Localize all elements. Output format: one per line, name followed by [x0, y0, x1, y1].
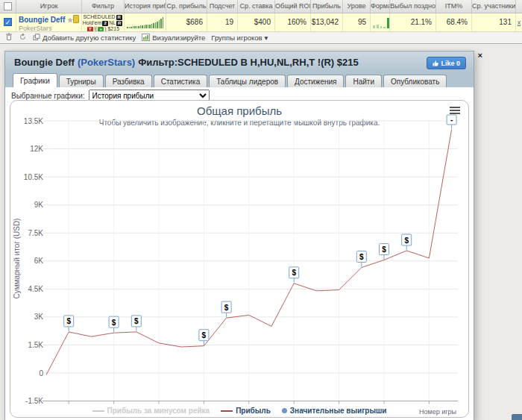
spark-bar — [145, 25, 147, 28]
y-tick-label: -1.5K — [25, 397, 43, 405]
tab-1[interactable]: Турниры — [59, 75, 104, 87]
row-select-cell: ✓ — [0, 13, 16, 31]
count-cell: 19 — [207, 13, 238, 31]
avg-entrants-cell: 131 — [472, 13, 516, 31]
column-header-8[interactable]: Урове — [343, 0, 371, 13]
spark-bar — [148, 25, 149, 28]
spark-bar — [133, 26, 134, 28]
tab-7[interactable]: Опубликовать — [383, 75, 447, 87]
spark-bar — [142, 25, 143, 28]
y-tick-label: 9K — [34, 201, 44, 209]
form-bar — [380, 26, 383, 28]
table-row[interactable]: ✓ Boungie Deff ★ PokerStars SCHEDULEDR H… — [0, 13, 522, 31]
marker-label: $ — [359, 253, 364, 261]
marker-label: $ — [404, 236, 409, 245]
column-header-12[interactable]: Ср. участники — [472, 0, 516, 13]
chart-icon — [142, 34, 150, 43]
column-header-1[interactable]: Фильтр — [82, 0, 125, 13]
profit-cell: $13,042 — [311, 13, 343, 31]
row-checkbox[interactable]: ✓ — [4, 18, 12, 26]
spark-bar — [155, 22, 157, 28]
player-name[interactable]: Boungie Deff — [19, 16, 65, 24]
close-icon[interactable]: × — [478, 51, 482, 60]
marker-label: $ — [112, 319, 116, 327]
badge-r-icon: R — [116, 15, 122, 20]
spark-bar — [159, 20, 160, 28]
dialog-player-name: Boungie Deff — [14, 57, 75, 68]
column-header-9[interactable]: Форма — [371, 0, 390, 13]
copy-icon — [33, 34, 40, 43]
badge-2-icon: 2 — [102, 21, 108, 26]
tab-3[interactable]: Статистика — [154, 75, 208, 87]
marker-label: - — [450, 116, 453, 124]
spark-bar — [140, 25, 142, 28]
spark-bar — [127, 27, 128, 28]
marker-label: $ — [382, 245, 386, 254]
legend-dot-icon — [282, 408, 287, 413]
legend-item-significant-wins[interactable]: Значительные выигрыши — [282, 407, 387, 415]
profit-history-cell[interactable] — [125, 13, 166, 31]
y-tick-label: 12K — [30, 145, 43, 153]
player-groups-dropdown[interactable]: Группы игроков ▾ — [211, 34, 268, 42]
x-tick-label: 6 — [157, 404, 161, 405]
tab-2[interactable]: Разбивка — [105, 75, 152, 87]
form-bar — [377, 25, 379, 28]
x-tick-label: 10 — [245, 404, 254, 405]
avg-profit-cell: $686 — [166, 13, 207, 31]
like-label: Like 0 — [441, 60, 460, 67]
table-header-row: ИгрокФильтрИстория прибСр. прибыльПодсче… — [0, 0, 522, 13]
spark-bar — [160, 19, 162, 28]
refresh-icon[interactable] — [19, 33, 27, 43]
like-button[interactable]: Like 0 — [427, 57, 466, 69]
column-header-5[interactable]: Ср. ставка — [238, 0, 275, 13]
select-all-checkbox[interactable] — [4, 2, 12, 10]
column-header-0[interactable]: Игрок — [16, 0, 82, 13]
dialog-filter-text: Фильтр:SCHEDULED В H,HU,NL,RH,T !(R) $21… — [138, 57, 359, 68]
marker-label: $ — [292, 269, 296, 277]
badge-plus-icon: + — [98, 27, 104, 31]
form-bar — [373, 25, 375, 28]
chart-panel[interactable]: Общая прибыль Чтобы увеличить изображени… — [10, 100, 469, 418]
y-tick-label: 13.5K — [24, 117, 43, 125]
avg-stake-cell: $400 — [238, 13, 275, 31]
y-tick-label: 6K — [34, 257, 44, 265]
column-header-11[interactable]: ITM% — [436, 0, 472, 13]
legend-item-rake-adjusted[interactable]: Прибыль за минусом рейка — [92, 407, 210, 415]
remove-cell: x — [516, 13, 522, 31]
legend-item-profit[interactable]: Прибыль — [221, 407, 271, 415]
tab-5[interactable]: Достижения — [287, 75, 344, 87]
visualize-button[interactable]: Визуализируйте — [142, 34, 205, 43]
tab-4[interactable]: Таблицы лидеров — [209, 75, 286, 87]
add-statistic-button[interactable]: Добавить другую статистику — [33, 34, 136, 43]
column-header-4[interactable]: Подсчет — [207, 0, 238, 13]
x-tick-label: 14 — [335, 404, 344, 405]
filter-text: SCHEDULED — [83, 14, 115, 19]
tab-0[interactable]: Графики — [13, 73, 57, 87]
column-header-6[interactable]: Общий ROI — [275, 0, 311, 13]
column-header-7[interactable]: Прибыль — [311, 0, 343, 13]
star-icon[interactable]: ★ — [67, 16, 73, 24]
player-cell[interactable]: Boungie Deff ★ PokerStars — [16, 13, 82, 31]
column-header-3[interactable]: Ср. прибыль — [166, 0, 207, 13]
spark-bar — [163, 17, 164, 28]
spark-bar — [153, 23, 154, 28]
medal-icon[interactable] — [73, 15, 79, 23]
level-cell: 95 — [343, 13, 371, 31]
x-tick-label: 8 — [202, 404, 207, 405]
itm-cell: 68.4% — [436, 13, 472, 31]
filter-cell: SCHEDULEDR Hold'em2NLR T!(+) $215 — [82, 13, 125, 31]
badge-t-icon: T — [87, 27, 93, 31]
x-tick-label: 4 — [112, 404, 116, 405]
column-header-2[interactable]: История приб — [125, 0, 166, 13]
player-groups-label: Группы игроков — [211, 34, 262, 42]
trash-icon[interactable] — [5, 33, 13, 43]
tab-6[interactable]: Найти — [345, 75, 382, 87]
visualize-label: Визуализируйте — [152, 34, 205, 42]
column-header-10[interactable]: Выбыл поздно — [390, 0, 436, 13]
form-minichart — [373, 16, 389, 28]
remove-row-link[interactable]: x — [516, 13, 522, 31]
dialog-site-link[interactable]: (PokerStars) — [78, 57, 135, 68]
profit-chart-svg[interactable]: -1.5K01.5K3K4.5K6K7.5K9K10.5K12K13.5K246… — [10, 101, 470, 405]
total-roi-cell: 160% — [275, 13, 311, 31]
marker-label: $ — [66, 317, 71, 325]
